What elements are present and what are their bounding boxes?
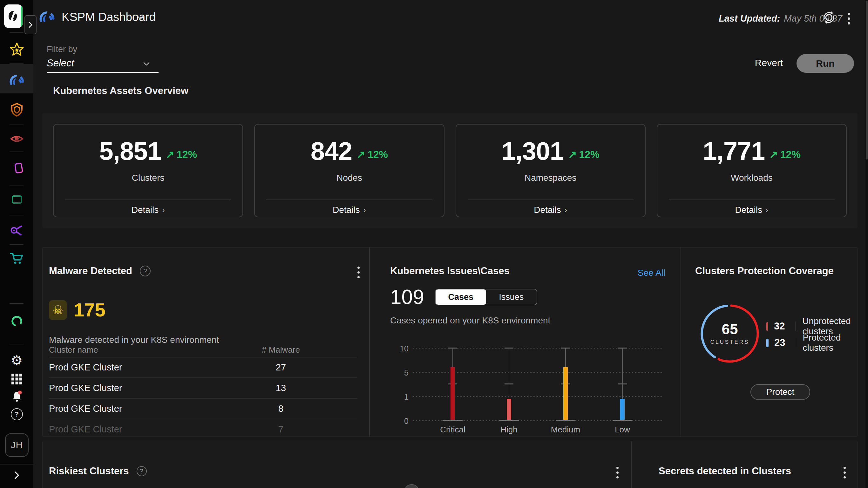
malware-panel-menu[interactable] [358, 267, 360, 278]
stat-card-clusters: 5,851 ↗ 12% Clusters Details› [53, 124, 243, 217]
filter-by-label: Filter by [47, 44, 77, 54]
secrets-panel-menu[interactable] [843, 467, 846, 479]
namespaces-details-link[interactable]: Details› [456, 205, 645, 215]
revert-button[interactable]: Revert [740, 58, 798, 68]
sidebar-item-help[interactable]: ? [0, 408, 33, 420]
trend-up-icon: ↗ [769, 148, 778, 161]
sidebar-item-security[interactable] [0, 102, 33, 117]
tab-cases[interactable]: Cases [436, 289, 486, 305]
sidebar-item-reports[interactable] [0, 161, 33, 176]
last-updated-label: Last Updated: [719, 13, 780, 24]
kebab-icon [848, 13, 850, 15]
assets-overview-panel: 5,851 ↗ 12% Clusters Details› 842 ↗ 12% … [42, 113, 858, 228]
filter-select[interactable]: Select [47, 58, 159, 73]
secrets-panel: Secrets detected in Clusters [632, 441, 857, 488]
tab-issues[interactable]: Issues [486, 289, 537, 305]
clusters-details-link[interactable]: Details› [54, 205, 242, 215]
skull-icon: ☠ [49, 300, 67, 320]
logo-accent [21, 6, 23, 26]
malware-panel-title: Malware Detected [49, 265, 132, 277]
sidebar-item-kspm[interactable] [0, 71, 33, 86]
bar-low[interactable]: Low [594, 348, 651, 420]
chevron-right-icon: › [564, 205, 567, 215]
cases-issues-toggle: Cases Issues [435, 289, 537, 305]
table-row[interactable]: Prod GKE Cluster 7 [49, 419, 357, 437]
bell-icon [10, 390, 24, 403]
bar-high[interactable]: High [480, 348, 537, 420]
workloads-details-link[interactable]: Details› [657, 205, 846, 215]
cart-icon [9, 252, 25, 266]
sidebar-item-settings[interactable]: ⚙ [0, 354, 33, 367]
dashboard-brand-icon [39, 8, 55, 25]
sidebar-item-endpoints[interactable] [0, 194, 33, 208]
secrets-panel-title: Secrets detected in Clusters [659, 465, 791, 477]
sidebar-collapse-handle[interactable] [25, 15, 36, 34]
cases-severity-chart: 10 5 1 0 Critical [370, 343, 681, 437]
kebab-icon [843, 467, 846, 469]
bar-critical[interactable]: Critical [424, 348, 481, 420]
table-row[interactable]: Prod GKE Cluster 13 [49, 378, 357, 399]
sidebar-item-status-ring[interactable] [0, 314, 33, 329]
logo-glyph [7, 9, 20, 23]
table-row[interactable]: Prod GKE Cluster 8 [49, 399, 357, 419]
assets-overview-heading: Kubernetes Assets Overview [53, 85, 188, 97]
nodes-delta: 12% [368, 149, 388, 160]
legend-unprotected: 32 Unprotected clusters [766, 320, 857, 333]
malware-table: Cluster name # Malware Prod GKE Cluster … [49, 343, 357, 437]
run-button[interactable]: Run [797, 54, 854, 73]
kebab-icon [358, 267, 360, 269]
workloads-count: 1,771 [703, 139, 765, 164]
legend-protected: 23 Protected clusters [766, 336, 857, 349]
ytick-10: 10 [388, 344, 409, 353]
radar-arcs-icon [9, 71, 25, 86]
sidebar-expand-button[interactable] [0, 470, 33, 480]
issues-panel-title: Kubernetes Issues\Cases [390, 265, 509, 277]
protect-button[interactable]: Protect [750, 384, 810, 400]
gear-icon: ⚙ [11, 354, 23, 367]
network-icon [9, 223, 25, 238]
sidebar-item-notifications[interactable] [0, 390, 33, 403]
page-scrollbar[interactable] [865, 0, 868, 488]
clusters-count: 5,851 [99, 139, 161, 164]
chevron-right-icon: › [162, 205, 164, 215]
riskiest-panel-title: Riskiest Clusters [49, 465, 129, 477]
trend-up-icon: ↗ [568, 148, 577, 161]
kspm-dashboard: ⚙ ? JH [0, 0, 868, 488]
help-icon[interactable]: ? [140, 266, 151, 276]
avatar[interactable]: JH [5, 433, 29, 457]
malware-detected-panel: Malware Detected ? ☠ 175 Malware detecte… [42, 247, 370, 436]
sidebar-item-favorites[interactable] [0, 42, 33, 57]
scrollbar-thumb[interactable] [866, 1, 868, 159]
xlabel-critical: Critical [424, 425, 481, 435]
sidebar-item-connections[interactable] [0, 223, 33, 238]
namespaces-count: 1,301 [502, 139, 564, 164]
cases-count: 109 [390, 287, 424, 307]
ytick-0: 0 [388, 417, 409, 426]
divider [9, 152, 24, 152]
bar-medium[interactable]: Medium [537, 348, 594, 420]
chevron-down-icon [137, 16, 144, 20]
divider [9, 186, 24, 186]
widgets-row: Malware Detected ? ☠ 175 Malware detecte… [42, 247, 858, 437]
divider [9, 32, 24, 33]
donut-center-label: 65 CLUSTERS [696, 300, 763, 367]
nodes-details-link[interactable]: Details› [255, 205, 443, 215]
ytick-1: 1 [388, 392, 409, 402]
see-all-link[interactable]: See All [638, 268, 665, 278]
dashboard-switcher[interactable] [137, 15, 144, 21]
col-malware-count: # Malware [205, 345, 357, 355]
sidebar-item-apps[interactable] [0, 374, 33, 385]
header-menu-button[interactable] [848, 13, 850, 25]
col-cluster-name: Cluster name [49, 345, 205, 355]
sidebar-item-marketplace[interactable] [0, 252, 33, 266]
refresh-button[interactable] [822, 10, 836, 26]
divider [9, 303, 24, 304]
sidebar-item-detections[interactable] [0, 132, 33, 146]
help-icon[interactable]: ? [136, 466, 147, 476]
total-clusters-count: 65 [721, 322, 738, 336]
table-row[interactable]: Prod GKE Cluster 27 [49, 358, 357, 378]
namespaces-label: Namespaces [456, 173, 645, 183]
xlabel-low: Low [594, 425, 651, 435]
company-logo[interactable] [4, 4, 23, 28]
riskiest-panel-menu[interactable] [616, 467, 619, 479]
